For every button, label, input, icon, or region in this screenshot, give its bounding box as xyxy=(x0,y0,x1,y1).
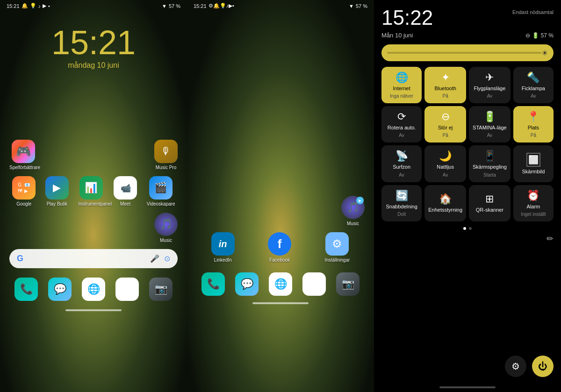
app-icon-playstore: ▶ xyxy=(45,176,69,200)
notif-header: 15:22 Endast nödsamtal xyxy=(374,0,561,32)
tile-stamina[interactable]: 🔋 STAMINA-läge Av xyxy=(469,106,511,143)
tile-bluetooth[interactable]: ✦ Bluetooth På xyxy=(424,67,466,103)
tile-sublabel-nearby: Dolt xyxy=(397,212,406,217)
tile-label-internet: Internet xyxy=(393,86,410,92)
tile-icon-internet: 🌐 xyxy=(396,71,408,84)
tile-icon-device-control: 🏠 xyxy=(439,193,452,205)
dock2-photos-icon: 🖼 xyxy=(302,272,326,296)
dock2-photos[interactable]: 🖼 xyxy=(302,272,326,296)
dock-1: 📞 💬 🌐 🖼 📷 xyxy=(0,272,187,306)
app-google[interactable]: G📧 🗺▶ Google xyxy=(12,176,36,207)
clock-date-1: måndag 10 juni xyxy=(0,61,187,70)
tile-dnd[interactable]: ⊖ Stör ej På xyxy=(424,106,466,143)
search-bar[interactable]: G 🎤 ⊙ xyxy=(9,249,178,268)
dock2-phone-icon: 📞 xyxy=(201,272,225,296)
battery-icon: 🔋 xyxy=(532,32,539,39)
tile-sublabel-screencast: Starta xyxy=(483,172,496,178)
dock-messages[interactable]: 💬 xyxy=(48,278,72,301)
tile-sublabel-alarm: Inget inställt xyxy=(521,212,546,217)
tile-internet[interactable]: 🌐 Internet Inga nätver xyxy=(381,67,422,103)
tile-icon-location: 📍 xyxy=(527,111,539,123)
home-indicator-1 xyxy=(65,309,122,311)
app-label-instrument: Instrumentpanel xyxy=(78,201,104,207)
lens-icon[interactable]: ⊙ xyxy=(164,254,170,263)
tile-alarm[interactable]: ⏰ Alarm Inget inställt xyxy=(513,185,554,221)
settings-btn-icon: ⚙ xyxy=(511,361,520,372)
app-musicpro[interactable]: 🎙 Music Pro xyxy=(154,140,178,171)
tile-hotspot[interactable]: 📡 Surfzon Av xyxy=(381,145,422,182)
tile-screenshot[interactable]: ⬜ Skärmbild xyxy=(513,145,554,182)
tile-location[interactable]: 📍 Plats På xyxy=(513,106,554,143)
tile-icon-airplane: ✈ xyxy=(485,71,494,84)
tile-qr[interactable]: ⊞ QR-skanner xyxy=(469,185,511,221)
tile-sublabel-hotspot: Av xyxy=(399,172,404,178)
dock-phone[interactable]: 📞 xyxy=(14,278,38,301)
dock-photos[interactable]: 🖼 xyxy=(115,278,139,301)
app-label-facebook: Facebook xyxy=(269,257,290,263)
edit-row: ✏ xyxy=(374,234,561,248)
app-instrument[interactable]: 📊 Instrumentpanel xyxy=(78,176,104,207)
tile-label-airplane: Flygplansläge xyxy=(474,86,505,92)
app-icon-music: 🎵 xyxy=(154,213,178,236)
status-time-1: 15:21 xyxy=(7,3,20,9)
app-meet[interactable]: 📹 Meet xyxy=(114,176,137,207)
status-left-2: 15:21 ⚙🔔💡♪▶• xyxy=(194,3,234,9)
tile-device-control[interactable]: 🏠 Enhetsstyrning xyxy=(424,185,466,221)
dock2-chrome[interactable]: 🌐 xyxy=(269,272,292,296)
edit-icon[interactable]: ✏ xyxy=(547,234,554,244)
app-icon-instrument: 📊 xyxy=(79,176,103,200)
app-icon-music-p2: ▶ 🎵 xyxy=(341,196,365,219)
app-facebook[interactable]: f Facebook xyxy=(268,232,291,263)
app-music-single[interactable]: 🎵 Music xyxy=(154,213,178,243)
tile-nightlight[interactable]: 🌙 Nattljus Av xyxy=(424,145,466,182)
app-music-p2[interactable]: ▶ 🎵 Music xyxy=(341,196,365,227)
app-video[interactable]: 🎬 Videoskapare xyxy=(147,176,175,207)
app-linkedin[interactable]: in LinkedIn xyxy=(211,232,235,263)
power-bottom-btn[interactable]: ⏻ xyxy=(532,356,554,377)
tile-rotate[interactable]: ⟳ Rotera auto. Av xyxy=(381,106,422,143)
quick-tiles-grid: 🌐 Internet Inga nätver ✦ Bluetooth På ✈ … xyxy=(374,65,561,223)
notif-emergency: Endast nödsamtal xyxy=(512,9,554,15)
notif-home-indicator xyxy=(439,386,496,388)
power-btn-icon: ⏻ xyxy=(538,361,547,372)
tile-torch[interactable]: 🔦 Ficklampa Av xyxy=(513,67,554,103)
dock-camera-icon: 📷 xyxy=(149,278,173,301)
mic-icon[interactable]: 🎤 xyxy=(150,254,159,263)
dock-camera[interactable]: 📷 xyxy=(149,278,173,301)
dock2-msg-icon: 💬 xyxy=(235,272,259,296)
app-spelfortbattare[interactable]: 🎮 Spelförbättrare xyxy=(9,140,37,171)
notification-panel: 15:22 Endast nödsamtal Mån 10 juni ⊖ 🔋 5… xyxy=(374,0,561,392)
settings-bottom-btn[interactable]: ⚙ xyxy=(505,356,526,377)
tile-nearby[interactable]: 🔄 Snabbdelning Dolt xyxy=(381,185,422,221)
tile-label-dnd: Stör ej xyxy=(438,125,453,131)
tile-sublabel-internet: Inga nätver xyxy=(390,93,413,99)
dock-chrome[interactable]: 🌐 xyxy=(82,278,105,301)
tile-icon-nightlight: 🌙 xyxy=(439,150,452,162)
tile-screencast[interactable]: 📱 Skärmspegling Starta xyxy=(469,145,511,182)
notif-emergency-block: Endast nödsamtal xyxy=(512,7,554,15)
app-icon-video: 🎬 xyxy=(149,176,173,200)
status-icon-bulb: 💡 xyxy=(30,3,36,9)
brightness-slider[interactable] xyxy=(387,52,541,54)
tile-sublabel-dnd: På xyxy=(443,133,448,138)
dock2-camera[interactable]: 📷 xyxy=(336,272,360,296)
status-bar-2: 15:21 ⚙🔔💡♪▶• ▼ 57 % xyxy=(187,0,374,12)
tile-label-bluetooth: Bluetooth xyxy=(434,86,456,92)
app-label-game: Spelförbättrare xyxy=(9,165,37,171)
tile-airplane[interactable]: ✈ Flygplansläge Av xyxy=(469,67,511,103)
status-left-1: 15:21 🔔 💡 ♪ ▶ • xyxy=(7,3,50,9)
app-settings[interactable]: ⚙ Inställningar xyxy=(324,232,350,263)
dock2-phone[interactable]: 📞 xyxy=(201,272,225,296)
status-icon-bell: 🔔 xyxy=(22,3,28,9)
app-label-video: Videoskapare xyxy=(147,201,175,207)
dock-msg-icon: 💬 xyxy=(48,278,72,301)
tile-label-screencast: Skärmspegling xyxy=(473,164,507,170)
app-playstore[interactable]: ▶ Play Butik xyxy=(45,176,69,207)
tile-label-alarm: Alarm xyxy=(527,204,540,210)
dot-2 xyxy=(469,227,472,230)
wifi-icon-2: ▼ xyxy=(349,3,354,9)
brightness-slider-row[interactable]: ☀ xyxy=(381,44,554,61)
wifi-icon-1: ▼ xyxy=(162,3,167,9)
status-time-2: 15:21 xyxy=(194,3,207,9)
dock2-messages[interactable]: 💬 xyxy=(235,272,259,296)
